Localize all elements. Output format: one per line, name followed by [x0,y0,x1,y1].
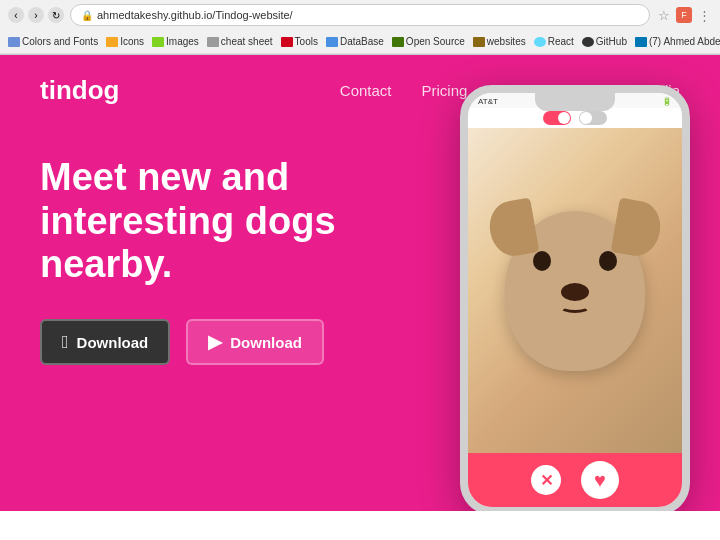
url-bar[interactable]: 🔒 ahmedtakeshy.github.io/Tindog-website/ [70,4,650,26]
phone-notch [535,93,615,111]
brand-logo[interactable]: tindog [40,75,119,106]
browser-right-icons: ☆ F ⋮ [656,7,712,23]
url-text: ahmedtakeshy.github.io/Tindog-website/ [97,9,293,21]
browser-chrome: ‹ › ↻ 🔒 ahmedtakeshy.github.io/Tindog-we… [0,0,720,55]
nav-buttons: ‹ › ↻ [8,7,64,23]
bookmark-icons[interactable]: Icons [106,36,144,47]
lock-icon: 🔒 [81,10,93,21]
address-bar: ‹ › ↻ 🔒 ahmedtakeshy.github.io/Tindog-we… [0,0,720,30]
nav-item-contact[interactable]: Contact [340,82,392,100]
chrome-menu-icon[interactable]: ⋮ [696,7,712,23]
bookmark-github[interactable]: GitHub [582,36,627,47]
bookmark-react[interactable]: React [534,36,574,47]
extensions-icon[interactable]: F [676,7,692,23]
dog-ear-left [486,197,540,259]
dog-eye-right [599,251,617,271]
like-button[interactable]: ♥ [581,461,619,499]
dog-face [505,211,645,371]
bookmark-star-icon[interactable]: ☆ [656,7,672,23]
toggle-on[interactable] [543,111,571,125]
google-download-label: Download [230,334,302,351]
battery-label: 🔋 [662,97,672,106]
dog-eye-left [533,251,551,271]
dog-nose [561,283,589,301]
apple-icon:  [62,332,69,353]
bookmark-images[interactable]: Images [152,36,199,47]
bookmark-cheat-sheet[interactable]: cheat sheet [207,36,273,47]
hero-section: tindog Contact Pricing Download Social M… [0,55,720,511]
bookmark-colors-fonts[interactable]: Colors and Fonts [8,36,98,47]
bookmark-websites[interactable]: websites [473,36,526,47]
google-download-button[interactable]: ▶ Download [186,319,324,365]
toggle-row [468,108,682,128]
bookmark-linkedin[interactable]: (7) Ahmed Abdels... [635,36,720,47]
dislike-button[interactable]: ✕ [531,465,561,495]
back-button[interactable]: ‹ [8,7,24,23]
apple-download-label: Download [77,334,149,351]
toggle-off[interactable] [579,111,607,125]
bookmarks-bar: Colors and Fonts Icons Images cheat shee… [0,30,720,54]
phone-screen: AT&T 5:55 PM 🔋 [468,93,682,507]
action-bar: ✕ ♥ [468,453,682,507]
dog-card [468,128,682,453]
dog-mouth [560,301,590,313]
dog-ear-right [611,197,665,259]
bookmark-database[interactable]: DataBase [326,36,384,47]
refresh-button[interactable]: ↻ [48,7,64,23]
dog-image [468,128,682,453]
play-store-icon: ▶ [208,331,222,353]
phone-outer: AT&T 5:55 PM 🔋 [460,85,690,511]
apple-download-button[interactable]:  Download [40,319,170,365]
carrier-label: AT&T [478,97,498,106]
hero-heading: Meet new and interesting dogs nearby. [40,156,440,287]
phone-mockup: AT&T 5:55 PM 🔋 [460,85,690,505]
forward-button[interactable]: › [28,7,44,23]
bookmark-tools[interactable]: Tools [281,36,318,47]
bookmark-open-source[interactable]: Open Source [392,36,465,47]
